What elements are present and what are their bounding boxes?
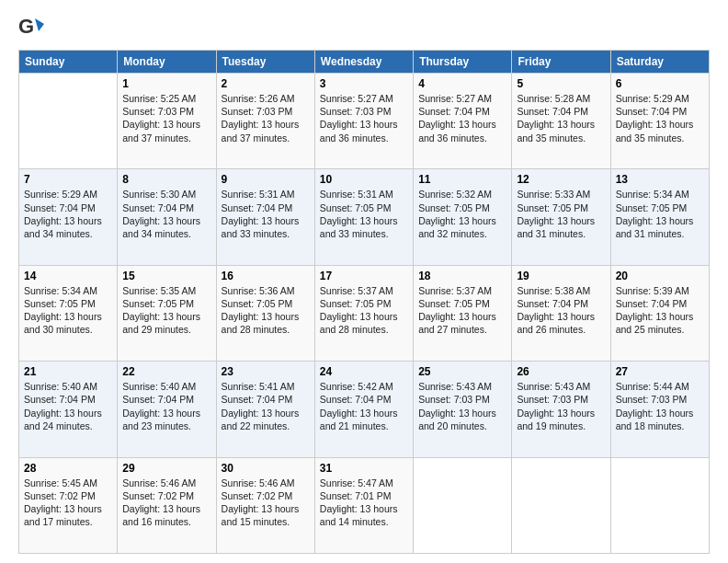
weekday-header: Tuesday (216, 51, 314, 74)
day-number: 28 (24, 462, 112, 475)
day-number: 10 (320, 173, 408, 186)
calendar-cell (512, 457, 610, 553)
day-info: Sunrise: 5:46 AM Sunset: 7:02 PM Dayligh… (222, 477, 310, 529)
calendar-cell: 30Sunrise: 5:46 AM Sunset: 7:02 PM Dayli… (216, 457, 314, 553)
calendar-cell: 21Sunrise: 5:40 AM Sunset: 7:04 PM Dayli… (19, 362, 118, 457)
day-number: 3 (320, 77, 408, 90)
day-number: 24 (320, 365, 408, 378)
day-info: Sunrise: 5:41 AM Sunset: 7:04 PM Dayligh… (222, 380, 310, 432)
calendar-cell: 15Sunrise: 5:35 AM Sunset: 7:05 PM Dayli… (118, 265, 216, 361)
logo-icon: G (18, 15, 44, 40)
day-info: Sunrise: 5:33 AM Sunset: 7:05 PM Dayligh… (517, 188, 605, 240)
day-info: Sunrise: 5:25 AM Sunset: 7:03 PM Dayligh… (122, 92, 210, 144)
day-number: 25 (418, 365, 506, 378)
day-number: 16 (222, 270, 310, 282)
day-number: 7 (24, 173, 112, 186)
day-number: 5 (517, 77, 605, 90)
calendar-cell: 18Sunrise: 5:37 AM Sunset: 7:05 PM Dayli… (414, 265, 512, 361)
day-number: 30 (222, 462, 310, 475)
day-info: Sunrise: 5:36 AM Sunset: 7:05 PM Dayligh… (222, 284, 310, 337)
calendar-cell: 14Sunrise: 5:34 AM Sunset: 7:05 PM Dayli… (19, 265, 118, 361)
day-number: 15 (122, 270, 210, 282)
day-info: Sunrise: 5:34 AM Sunset: 7:05 PM Dayligh… (24, 284, 112, 337)
day-info: Sunrise: 5:26 AM Sunset: 7:03 PM Dayligh… (222, 92, 310, 144)
svg-text:G: G (18, 15, 34, 38)
weekday-header: Wednesday (314, 51, 413, 74)
day-info: Sunrise: 5:40 AM Sunset: 7:04 PM Dayligh… (122, 380, 210, 432)
day-number: 4 (418, 77, 506, 90)
calendar-week-row: 28Sunrise: 5:45 AM Sunset: 7:02 PM Dayli… (19, 457, 710, 553)
calendar-cell: 5Sunrise: 5:28 AM Sunset: 7:04 PM Daylig… (512, 74, 610, 169)
calendar-cell: 11Sunrise: 5:32 AM Sunset: 7:05 PM Dayli… (414, 169, 512, 265)
logo: G (18, 15, 48, 40)
day-info: Sunrise: 5:39 AM Sunset: 7:04 PM Dayligh… (616, 284, 704, 337)
day-number: 8 (122, 173, 210, 186)
day-info: Sunrise: 5:27 AM Sunset: 7:04 PM Dayligh… (418, 92, 506, 144)
calendar-week-row: 14Sunrise: 5:34 AM Sunset: 7:05 PM Dayli… (19, 265, 710, 361)
day-number: 6 (616, 77, 704, 90)
calendar-table: SundayMondayTuesdayWednesdayThursdayFrid… (18, 50, 710, 554)
day-number: 22 (122, 365, 210, 378)
day-info: Sunrise: 5:42 AM Sunset: 7:04 PM Dayligh… (320, 380, 408, 432)
day-number: 17 (320, 270, 408, 282)
calendar-cell: 22Sunrise: 5:40 AM Sunset: 7:04 PM Dayli… (118, 362, 216, 457)
day-info: Sunrise: 5:34 AM Sunset: 7:05 PM Dayligh… (616, 188, 704, 240)
day-info: Sunrise: 5:29 AM Sunset: 7:04 PM Dayligh… (616, 92, 704, 144)
calendar-cell: 26Sunrise: 5:43 AM Sunset: 7:03 PM Dayli… (512, 362, 610, 457)
day-number: 11 (418, 173, 506, 186)
calendar-cell: 13Sunrise: 5:34 AM Sunset: 7:05 PM Dayli… (610, 169, 709, 265)
calendar-week-row: 7Sunrise: 5:29 AM Sunset: 7:04 PM Daylig… (19, 169, 710, 265)
day-info: Sunrise: 5:29 AM Sunset: 7:04 PM Dayligh… (24, 188, 112, 240)
day-info: Sunrise: 5:27 AM Sunset: 7:03 PM Dayligh… (320, 92, 408, 144)
day-number: 31 (320, 462, 408, 475)
calendar-cell: 27Sunrise: 5:44 AM Sunset: 7:03 PM Dayli… (610, 362, 709, 457)
day-number: 13 (616, 173, 704, 186)
day-info: Sunrise: 5:43 AM Sunset: 7:03 PM Dayligh… (418, 380, 506, 432)
calendar-cell (19, 74, 118, 169)
calendar-cell: 24Sunrise: 5:42 AM Sunset: 7:04 PM Dayli… (314, 362, 413, 457)
weekday-header: Monday (118, 51, 216, 74)
calendar-week-row: 1Sunrise: 5:25 AM Sunset: 7:03 PM Daylig… (19, 74, 710, 169)
svg-marker-1 (35, 18, 44, 31)
day-number: 27 (616, 365, 704, 378)
page: G SundayMondayTuesdayWednesdayThursdayFr… (0, 0, 728, 563)
day-number: 19 (517, 270, 605, 282)
calendar-cell: 29Sunrise: 5:46 AM Sunset: 7:02 PM Dayli… (118, 457, 216, 553)
day-number: 29 (122, 462, 210, 475)
day-info: Sunrise: 5:38 AM Sunset: 7:04 PM Dayligh… (517, 284, 605, 337)
calendar-week-row: 21Sunrise: 5:40 AM Sunset: 7:04 PM Dayli… (19, 362, 710, 457)
calendar-cell: 6Sunrise: 5:29 AM Sunset: 7:04 PM Daylig… (610, 74, 709, 169)
calendar-cell: 28Sunrise: 5:45 AM Sunset: 7:02 PM Dayli… (19, 457, 118, 553)
day-number: 21 (24, 365, 112, 378)
day-info: Sunrise: 5:40 AM Sunset: 7:04 PM Dayligh… (24, 380, 112, 432)
day-number: 18 (418, 270, 506, 282)
weekday-header: Saturday (610, 51, 709, 74)
day-number: 20 (616, 270, 704, 282)
day-number: 26 (517, 365, 605, 378)
calendar-cell: 25Sunrise: 5:43 AM Sunset: 7:03 PM Dayli… (414, 362, 512, 457)
calendar-cell: 2Sunrise: 5:26 AM Sunset: 7:03 PM Daylig… (216, 74, 314, 169)
calendar-cell: 4Sunrise: 5:27 AM Sunset: 7:04 PM Daylig… (414, 74, 512, 169)
calendar-cell: 9Sunrise: 5:31 AM Sunset: 7:04 PM Daylig… (216, 169, 314, 265)
calendar-cell: 8Sunrise: 5:30 AM Sunset: 7:04 PM Daylig… (118, 169, 216, 265)
day-info: Sunrise: 5:28 AM Sunset: 7:04 PM Dayligh… (517, 92, 605, 144)
day-info: Sunrise: 5:44 AM Sunset: 7:03 PM Dayligh… (616, 380, 704, 432)
calendar-cell: 19Sunrise: 5:38 AM Sunset: 7:04 PM Dayli… (512, 265, 610, 361)
day-number: 2 (222, 77, 310, 90)
day-info: Sunrise: 5:35 AM Sunset: 7:05 PM Dayligh… (122, 284, 210, 337)
day-number: 23 (222, 365, 310, 378)
day-info: Sunrise: 5:31 AM Sunset: 7:04 PM Dayligh… (222, 188, 310, 240)
calendar-cell: 17Sunrise: 5:37 AM Sunset: 7:05 PM Dayli… (314, 265, 413, 361)
calendar-cell (610, 457, 709, 553)
calendar-cell: 12Sunrise: 5:33 AM Sunset: 7:05 PM Dayli… (512, 169, 610, 265)
calendar-cell (414, 457, 512, 553)
day-info: Sunrise: 5:30 AM Sunset: 7:04 PM Dayligh… (122, 188, 210, 240)
calendar-cell: 16Sunrise: 5:36 AM Sunset: 7:05 PM Dayli… (216, 265, 314, 361)
calendar-cell: 23Sunrise: 5:41 AM Sunset: 7:04 PM Dayli… (216, 362, 314, 457)
day-info: Sunrise: 5:32 AM Sunset: 7:05 PM Dayligh… (418, 188, 506, 240)
calendar-cell: 31Sunrise: 5:47 AM Sunset: 7:01 PM Dayli… (314, 457, 413, 553)
day-info: Sunrise: 5:46 AM Sunset: 7:02 PM Dayligh… (122, 477, 210, 529)
weekday-header: Friday (512, 51, 610, 74)
day-info: Sunrise: 5:31 AM Sunset: 7:05 PM Dayligh… (320, 188, 408, 240)
day-number: 12 (517, 173, 605, 186)
